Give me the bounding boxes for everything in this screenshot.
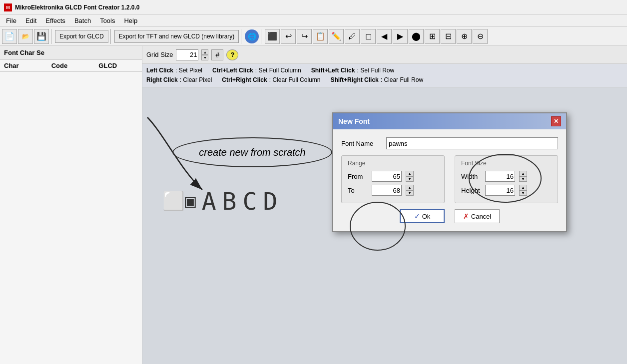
hash-btn[interactable]: # [211,49,223,60]
col-glcd: GLCD [94,60,142,71]
width-spin[interactable]: ▲ ▼ [519,171,527,182]
font-size-title: Font Size [461,160,552,167]
menu-edit[interactable]: Edit [21,16,40,25]
tool-btn-5[interactable]: ✏️ [329,29,344,44]
tool-btn-4[interactable]: 📋 [313,29,328,44]
export-tft-btn[interactable]: Export for TFT and new GLCD (new library… [114,30,239,43]
ctrl-right-val: : Clear Full Column [269,75,321,85]
font-name-input[interactable] [386,137,558,149]
dialog-close-btn[interactable]: ✕ [551,116,561,126]
tool-btn-11[interactable]: ⊞ [425,29,440,44]
to-spin-down[interactable]: ▼ [406,190,414,196]
range-title: Range [348,160,438,167]
height-spin-up[interactable]: ▲ [519,185,527,190]
ctrl-right-key: Ctrl+Right Click [222,75,267,85]
grid-size-down[interactable]: ▼ [201,55,208,60]
tool-btn-13[interactable]: ⊕ [457,29,472,44]
to-row: To ▲ ▼ [348,185,438,196]
height-spin[interactable]: ▲ ▼ [519,185,527,196]
save-btn[interactable]: 💾 [34,29,49,44]
col-char: Char [0,60,47,71]
char-symbol-2: B [222,187,237,215]
dialog-overlay: New Font ✕ Font Name [142,87,627,364]
left-panel-title: Font Char Se [0,46,142,60]
from-spin-down[interactable]: ▼ [406,176,414,182]
height-label: Height [461,187,481,194]
menu-batch[interactable]: Batch [70,16,95,25]
ok-label: Ok [422,213,431,220]
left-panel-header: Char Code GLCD [0,60,142,72]
height-spin-down[interactable]: ▼ [519,190,527,196]
char-symbol-4: D [263,187,277,215]
app-title: MikroElektronika GLCD Font Creator 1.2.0… [15,4,139,11]
ok-check-icon: ✓ [414,212,420,220]
char-symbol-1: A [202,187,216,215]
globe-btn[interactable]: 🌐 [245,29,259,43]
annotation-bubble: create new from scratch [172,137,332,167]
tool-btn-10[interactable]: ⬤ [409,29,424,44]
font-name-label: Font Name [341,140,381,147]
export-glcd-btn[interactable]: Export for GLCD [55,30,108,43]
from-label: From [348,173,368,180]
tool-btn-7[interactable]: ◻ [361,29,376,44]
separator-3 [241,29,243,44]
menu-file[interactable]: File [2,16,20,25]
tool-btn-9[interactable]: ▶ [393,29,408,44]
tool-btn-3[interactable]: ↪ [297,29,312,44]
tool-btn-6[interactable]: 🖊 [345,29,360,44]
cancel-button[interactable]: ✗ Cancel [455,209,500,223]
new-font-dialog: New Font ✕ Font Name [332,112,567,232]
tool-btn-2[interactable]: ↩ [281,29,296,44]
toolbar: 📄 📂 💾 Export for GLCD Export for TFT and… [0,27,627,46]
from-input[interactable] [372,171,402,182]
annotation-text: create new from scratch [199,147,305,158]
dialog-title: New Font [338,117,370,125]
grid-size-spin[interactable]: ▲ ▼ [201,49,208,60]
dialog-body: Font Name Range From [333,129,566,231]
to-spin[interactable]: ▲ ▼ [406,185,414,196]
grid-size-up[interactable]: ▲ [201,49,208,55]
app-icon: M [4,3,12,11]
tool-btn-12[interactable]: ⊟ [441,29,456,44]
separator-2 [110,29,112,44]
menu-help[interactable]: Help [120,16,141,25]
menu-bar: File Edit Effects Batch Tools Help [0,15,627,27]
char-display: ⬜▣ A B C D [162,187,277,215]
to-input[interactable] [372,185,402,196]
shift-right-val: : Clear Full Row [381,75,423,85]
cancel-label: Cancel [471,213,491,220]
from-spin-up[interactable]: ▲ [406,171,414,176]
height-input[interactable] [485,185,515,196]
width-spin-up[interactable]: ▲ [519,171,527,176]
grid-size-input[interactable] [176,49,198,60]
to-spin-up[interactable]: ▲ [406,185,414,190]
shift-left-key: Shift+Left Click [311,66,355,75]
tool-btn-1[interactable]: ⬛ [265,29,280,44]
grid-size-label: Grid Size [146,51,173,58]
range-circle-svg [348,199,408,254]
menu-tools[interactable]: Tools [96,16,119,25]
title-bar: M MikroElektronika GLCD Font Creator 1.2… [0,0,627,15]
char-symbol-0: ⬜▣ [162,191,196,212]
new-btn[interactable]: 📄 [2,29,17,44]
left-click-key: Left Click [146,66,173,75]
tool-btn-14[interactable]: ⊖ [473,29,488,44]
menu-effects[interactable]: Effects [41,16,69,25]
from-spin[interactable]: ▲ ▼ [406,171,414,182]
width-label: Width [461,173,481,180]
help-btn[interactable]: ? [226,49,238,60]
height-row: Height ▲ ▼ [461,185,552,196]
right-click-val: : Clear Pixel [180,75,212,85]
dialog-section: Range From ▲ ▼ T [341,155,558,203]
separator-4 [261,29,263,44]
open-btn[interactable]: 📂 [18,29,33,44]
left-panel: Font Char Se Char Code GLCD [0,46,142,364]
from-row: From ▲ ▼ [348,171,438,182]
ctrl-left-val: : Set Full Column [255,66,301,75]
tool-btn-8[interactable]: ◀ [377,29,392,44]
grid-toolbar: Grid Size ▲ ▼ # ? [142,46,627,64]
width-input[interactable] [485,171,515,182]
font-name-row: Font Name [341,137,558,149]
ok-button[interactable]: ✓ Ok [400,209,445,223]
width-spin-down[interactable]: ▼ [519,176,527,182]
